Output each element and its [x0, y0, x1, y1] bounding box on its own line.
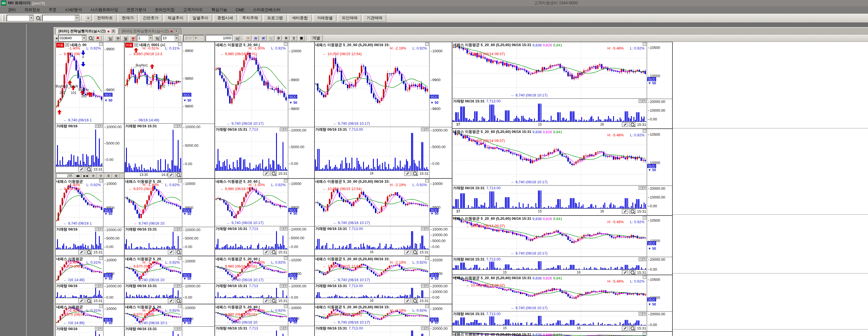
- ohlc-chart-icon[interactable]: ılı: [252, 35, 259, 41]
- close-icon[interactable]: ×: [643, 312, 646, 316]
- zoom-tool-button[interactable]: [270, 171, 277, 176]
- toolbar-button-6[interactable]: 투자주체: [238, 15, 262, 22]
- menu-item-6[interactable]: 온라인지점: [151, 7, 179, 13]
- restore-icon[interactable]: ▫: [643, 129, 646, 133]
- close-icon[interactable]: ×: [425, 326, 429, 330]
- stock-code-combo[interactable]: ▼: [58, 35, 87, 41]
- realtime-data-icon[interactable]: R: [283, 35, 290, 41]
- close-icon[interactable]: ×: [99, 327, 102, 331]
- restore-icon[interactable]: ▫: [425, 179, 429, 183]
- zoom-tool-button[interactable]: [86, 167, 92, 172]
- day-data-icon[interactable]: D: [275, 35, 282, 41]
- add-screen-button[interactable]: +: [85, 15, 92, 22]
- chevron-down-icon[interactable]: ▼: [82, 35, 86, 41]
- menu-item-7[interactable]: 고객가이드: [179, 7, 207, 13]
- draw-tool-button[interactable]: [404, 298, 410, 303]
- minimize-icon[interactable]: −: [639, 186, 642, 190]
- zoom-tool-button[interactable]: [175, 250, 181, 255]
- search-button[interactable]: [35, 15, 41, 21]
- toolbar-button-9[interactable]: 거래원별: [313, 15, 337, 22]
- restore-icon[interactable]: ▫: [284, 43, 287, 46]
- restore-icon[interactable]: ▫: [284, 256, 287, 260]
- tab-strategy-chart-1[interactable]: [6101] 전략실행차트(실시간)◉×: [119, 28, 181, 34]
- restore-icon[interactable]: ▫: [284, 179, 287, 183]
- menu-item-10[interactable]: 스마트인베스터: [249, 7, 284, 13]
- minimize-icon[interactable]: −: [421, 326, 425, 330]
- minute-combo[interactable]: ▼: [137, 35, 153, 41]
- zoom-tool-button[interactable]: [629, 270, 636, 275]
- volume-canvas[interactable]: [315, 127, 429, 171]
- restore-icon[interactable]: ▫: [99, 256, 102, 260]
- screen-input[interactable]: [43, 15, 75, 21]
- toolbar-button-3[interactable]: 체결추이: [164, 15, 187, 22]
- line-chart-icon[interactable]: ≈: [245, 35, 251, 41]
- restore-icon[interactable]: ▫: [178, 179, 181, 183]
- restore-icon[interactable]: ▫: [99, 179, 102, 183]
- bar-chart-icon[interactable]: ıll: [260, 35, 267, 41]
- minimize-icon[interactable]: −: [280, 326, 283, 330]
- zoom-tool-button[interactable]: [175, 172, 181, 177]
- toolbar-button-0[interactable]: 전략차트: [93, 15, 117, 22]
- chevron-down-icon[interactable]: ▼: [29, 15, 33, 21]
- minimize-icon[interactable]: −: [639, 257, 642, 261]
- draw-tool-button[interactable]: [404, 250, 410, 255]
- pager-icon-2[interactable]: ⊕: [90, 173, 97, 178]
- minute-input[interactable]: [137, 35, 149, 41]
- restore-icon[interactable]: ▫: [643, 216, 646, 220]
- close-icon[interactable]: ×: [643, 186, 646, 190]
- volume-canvas[interactable]: [215, 127, 288, 171]
- close-icon[interactable]: ×: [284, 326, 287, 330]
- close-icon[interactable]: ×: [284, 227, 287, 230]
- tab-close-icon[interactable]: ×: [112, 29, 115, 33]
- draw-tool-button[interactable]: [622, 270, 628, 275]
- tick-button[interactable]: 틱: [153, 35, 160, 41]
- toolbar-button-2[interactable]: 간편호가: [139, 15, 162, 22]
- draw-tool-button[interactable]: [622, 122, 628, 127]
- tab-strategy-chart-0[interactable]: [6101] 전략실행차트(실시간)◉×: [55, 28, 118, 34]
- zoom-tool-button[interactable]: [412, 171, 418, 176]
- menu-item-2[interactable]: 주문: [44, 7, 60, 13]
- period-button-2[interactable]: 월: [122, 35, 128, 41]
- minimize-icon[interactable]: −: [280, 128, 283, 131]
- candle-type-icon[interactable]: ▯: [290, 35, 297, 41]
- bar-count-box[interactable]: [206, 35, 232, 41]
- draw-tool-button[interactable]: [263, 171, 269, 176]
- period-button-3[interactable]: 분: [129, 35, 136, 41]
- prev-icon[interactable]: ◀: [55, 37, 57, 39]
- draw-tool-button[interactable]: [622, 209, 628, 214]
- pager-icon-1[interactable]: ▶◀: [82, 173, 89, 178]
- pager-icon-4[interactable]: ⊞: [105, 173, 112, 178]
- individual-button[interactable]: 개별: [309, 35, 323, 41]
- minimize-icon[interactable]: −: [639, 312, 642, 316]
- close-icon[interactable]: ×: [178, 227, 181, 231]
- minimize-icon[interactable]: −: [421, 284, 425, 288]
- close-icon[interactable]: ×: [99, 124, 102, 128]
- restore-icon[interactable]: ▫: [643, 276, 646, 279]
- minimize-icon[interactable]: −: [95, 327, 99, 331]
- draw-tool-button[interactable]: [78, 167, 85, 172]
- close-icon[interactable]: ×: [643, 257, 646, 261]
- close-icon[interactable]: ×: [178, 284, 181, 288]
- close-icon[interactable]: ×: [284, 128, 287, 131]
- zoom-tool-button[interactable]: [86, 250, 92, 255]
- toolbar-button-7[interactable]: 프로그램: [263, 15, 287, 22]
- minimize-icon[interactable]: −: [95, 124, 99, 128]
- toolbar-button-5[interactable]: 종합시세: [213, 15, 237, 22]
- minimize-icon[interactable]: −: [421, 227, 425, 230]
- bar-unit-button[interactable]: 바: [234, 35, 240, 41]
- zoom-tool-button[interactable]: [270, 250, 277, 255]
- close-icon[interactable]: ×: [425, 227, 429, 230]
- zoom-tool-button[interactable]: [412, 250, 418, 255]
- minimize-icon[interactable]: −: [639, 99, 642, 103]
- toolbar-button-8[interactable]: 섹터종합: [288, 15, 312, 22]
- pager-count[interactable]: 285: [56, 174, 74, 178]
- menu-item-4[interactable]: 시스템트레이딩: [87, 7, 122, 13]
- chevron-down-icon[interactable]: ▼: [149, 35, 152, 41]
- zoom-tool-button[interactable]: [270, 298, 277, 303]
- zoom-tool-button[interactable]: [629, 326, 636, 331]
- zoom-tool-button[interactable]: [629, 209, 636, 214]
- restore-icon[interactable]: ▫: [284, 305, 287, 308]
- minimize-icon[interactable]: −: [174, 284, 178, 288]
- close-icon[interactable]: ×: [643, 99, 646, 103]
- zoom-tool-button[interactable]: [175, 298, 181, 303]
